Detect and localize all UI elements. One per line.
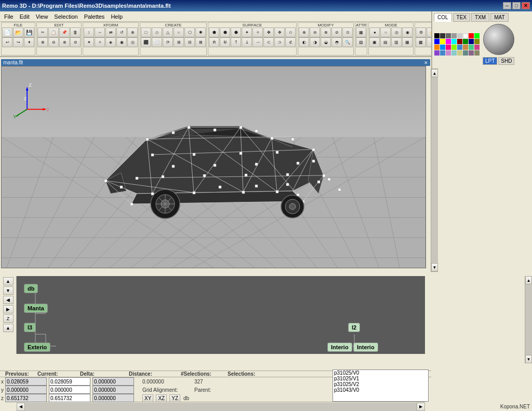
menu-palettes[interactable]: Palettes — [81, 12, 108, 21]
selection-item-2[interactable]: p31025/V1 — [333, 376, 428, 381]
node-l2[interactable]: l2 — [348, 323, 360, 332]
mode1-1[interactable]: ● — [369, 28, 380, 37]
paste-btn[interactable]: 📌 — [59, 28, 70, 37]
previous-x[interactable] — [5, 377, 47, 386]
swatch-slate[interactable] — [463, 50, 468, 56]
mod2-3[interactable]: ◒ — [321, 37, 331, 47]
surf2-5[interactable]: ⤑ — [252, 37, 263, 47]
swatch-4[interactable] — [457, 33, 462, 38]
surf2-3[interactable]: ⤒ — [231, 37, 241, 47]
node-db[interactable]: db — [24, 284, 38, 293]
swatch-red[interactable] — [469, 33, 474, 38]
lt-down[interactable]: ▼ — [3, 286, 14, 295]
create2-4[interactable]: ⊞ — [174, 37, 184, 47]
file-extra[interactable]: ✦ — [24, 37, 34, 47]
mode2-4[interactable]: ▦ — [402, 37, 413, 47]
surf2-7[interactable]: ⊃ — [274, 37, 285, 47]
swatch-olive[interactable] — [474, 39, 480, 44]
xform2-2[interactable]: ✧ — [95, 37, 105, 47]
swatch-3[interactable] — [451, 33, 457, 38]
attr1-1[interactable]: ▦ — [356, 28, 366, 37]
viewport-close[interactable]: ✕ — [424, 60, 428, 65]
swatch-yellow[interactable] — [440, 39, 445, 44]
mode2-3[interactable]: ▥ — [391, 37, 402, 47]
misc2-2[interactable]: ▪ — [427, 37, 431, 47]
xform1-4[interactable]: ↺ — [116, 28, 127, 37]
surf1-1[interactable]: ⬟ — [209, 28, 219, 37]
scroll-track[interactable] — [431, 77, 438, 263]
create1-6[interactable]: ✱ — [195, 28, 206, 37]
tab-mat[interactable]: MAT — [490, 13, 508, 22]
create2-2[interactable]: ⬜ — [152, 37, 162, 47]
color-grid[interactable] — [434, 33, 480, 56]
cut-btn[interactable]: ✂ — [37, 28, 48, 37]
swatch-mint[interactable] — [469, 45, 474, 50]
create2-5[interactable]: ⊟ — [184, 37, 195, 47]
swatch-2[interactable] — [446, 33, 451, 38]
current-z[interactable] — [49, 394, 90, 402]
save-btn[interactable]: 💾 — [24, 28, 34, 37]
lt-up[interactable]: ▲ — [3, 277, 14, 285]
mod1-5[interactable]: ⊙ — [342, 28, 353, 37]
node-l3[interactable]: l3 — [24, 323, 36, 332]
yz-btn[interactable]: YZ — [169, 394, 180, 402]
surf2-6[interactable]: ⊂ — [263, 37, 274, 47]
create2-6[interactable]: ⊠ — [195, 37, 206, 47]
xy-btn[interactable]: XY — [142, 394, 153, 402]
sub-tab-lpt[interactable]: LPT — [483, 57, 497, 65]
swatch-lime[interactable] — [451, 45, 457, 50]
edit2-3[interactable]: ⊗ — [59, 37, 70, 47]
surf2-2[interactable]: ⟱ — [220, 37, 230, 47]
lt-left[interactable]: ◀ — [3, 296, 14, 304]
surf1-3[interactable]: ⬣ — [231, 28, 241, 37]
swatch-darkgreen[interactable] — [463, 39, 468, 44]
surf1-5[interactable]: ✧ — [252, 28, 263, 37]
misc1-2[interactable]: ⚡ — [427, 28, 431, 37]
surf1-7[interactable]: ✥ — [274, 28, 285, 37]
swatch-purple[interactable] — [434, 50, 440, 56]
previous-z[interactable] — [5, 394, 47, 402]
create1-1[interactable]: □ — [141, 28, 151, 37]
h-scroll-up[interactable]: ▲ — [525, 276, 532, 284]
copy-btn[interactable]: 📋 — [48, 28, 59, 37]
node-exterio[interactable]: Exterio — [24, 342, 50, 352]
create1-4[interactable]: ○ — [174, 28, 184, 37]
scroll-up-btn[interactable]: ▲ — [431, 69, 438, 77]
mod2-5[interactable]: 🔍 — [342, 37, 353, 47]
mode2-2[interactable]: ▤ — [380, 37, 391, 47]
viewport-canvas[interactable]: P — [1, 66, 426, 268]
create2-1[interactable]: ⬛ — [141, 37, 151, 47]
swatch-tan[interactable] — [474, 50, 480, 56]
maximize-button[interactable]: □ — [512, 2, 521, 9]
menu-view[interactable]: View — [33, 12, 51, 21]
swatch-white[interactable] — [463, 33, 468, 38]
surf1-6[interactable]: ✤ — [263, 28, 274, 37]
mode2-1[interactable]: ▣ — [369, 37, 380, 47]
swatch-brown[interactable] — [463, 45, 468, 50]
swatch-green[interactable] — [474, 33, 480, 38]
mode1-3[interactable]: ◎ — [391, 28, 402, 37]
right-scrollbar[interactable]: ▲ ▼ — [525, 276, 532, 363]
mode1-4[interactable]: ◉ — [402, 28, 413, 37]
xform2-4[interactable]: ◉ — [116, 37, 127, 47]
xz-btn[interactable]: XZ — [156, 394, 167, 402]
node-interio1[interactable]: Interio — [327, 342, 352, 352]
scroll-down-btn[interactable]: ▼ — [431, 263, 438, 271]
swatch-khaki[interactable] — [457, 50, 462, 56]
h-scroll-track[interactable] — [25, 403, 417, 411]
menu-help[interactable]: Help — [108, 12, 126, 21]
scroll-left-btn[interactable]: ◀ — [17, 403, 25, 411]
h-scroll-down[interactable]: ▼ — [525, 355, 532, 363]
bottom-scrollbar[interactable]: ◀ ▶ — [17, 402, 425, 411]
tab-col[interactable]: COL — [434, 13, 452, 22]
swatch-cyan[interactable] — [451, 39, 457, 44]
misc1-1[interactable]: ⚙ — [416, 28, 426, 37]
redo-btn[interactable]: ↪ — [13, 37, 23, 47]
mod2-1[interactable]: ◐ — [299, 37, 309, 47]
mod2-4[interactable]: ◓ — [331, 37, 342, 47]
selection-item-4[interactable]: p31043/V0 — [333, 387, 428, 393]
h-scroll-v-track[interactable] — [525, 284, 532, 355]
scroll-right-btn[interactable]: ▶ — [417, 403, 425, 411]
mod1-1[interactable]: ⊕ — [299, 28, 309, 37]
minimize-button[interactable]: ─ — [503, 2, 511, 9]
